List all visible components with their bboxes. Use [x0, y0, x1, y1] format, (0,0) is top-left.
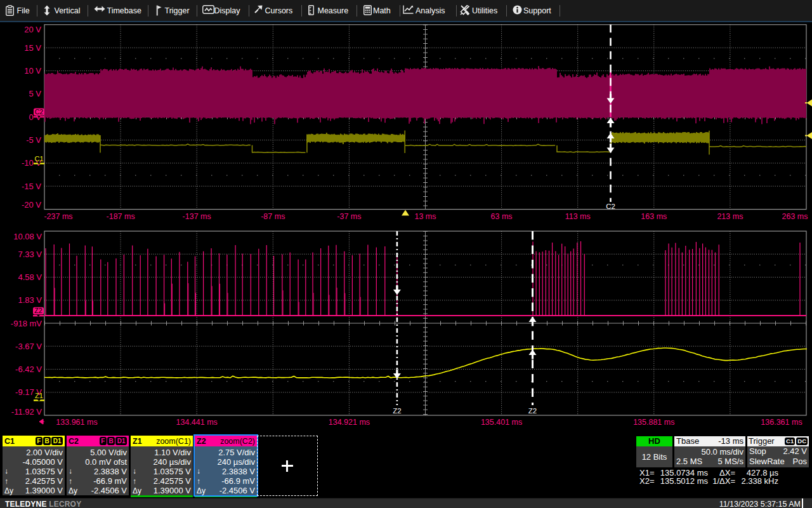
svg-text:134.921 ms: 134.921 ms — [329, 418, 370, 427]
svg-text:7.33 V: 7.33 V — [18, 250, 42, 259]
svg-text:213 ms: 213 ms — [717, 212, 743, 221]
svg-text:263 ms: 263 ms — [782, 212, 808, 221]
svg-text:C2: C2 — [606, 203, 615, 210]
svg-text:10 V: 10 V — [24, 66, 41, 76]
svg-text:-37 ms: -37 ms — [337, 212, 361, 221]
svg-text:13 ms: 13 ms — [414, 212, 436, 221]
svg-text:4.58 V: 4.58 V — [18, 272, 42, 282]
svg-text:Z2: Z2 — [393, 407, 401, 415]
svg-text:-3.67 V: -3.67 V — [15, 342, 42, 351]
svg-text:-5 V: -5 V — [26, 135, 41, 145]
svg-text:10.08 V: 10.08 V — [13, 232, 42, 241]
svg-text:135.881 ms: 135.881 ms — [633, 418, 674, 427]
svg-text:20 V: 20 V — [24, 25, 41, 34]
svg-text:-6.42 V: -6.42 V — [15, 364, 42, 374]
svg-text:-87 ms: -87 ms — [261, 212, 285, 221]
svg-text:-11.92 V: -11.92 V — [11, 407, 43, 417]
svg-text:Z1: Z1 — [35, 392, 43, 399]
svg-text:135.401 ms: 135.401 ms — [481, 418, 522, 427]
svg-text:63 ms: 63 ms — [491, 212, 513, 221]
svg-text:Z2: Z2 — [34, 307, 42, 314]
svg-text:-137 ms: -137 ms — [183, 212, 211, 221]
svg-text:Z2: Z2 — [528, 407, 537, 415]
svg-text:5 V: 5 V — [29, 89, 41, 98]
svg-text:15 V: 15 V — [24, 43, 41, 53]
svg-text:-237 ms: -237 ms — [44, 212, 72, 221]
svg-text:113 ms: 113 ms — [565, 212, 591, 221]
svg-text:1.83 V: 1.83 V — [18, 295, 42, 305]
svg-text:163 ms: 163 ms — [641, 212, 667, 221]
svg-text:136.361 ms: 136.361 ms — [761, 418, 802, 427]
svg-text:-918 mV: -918 mV — [11, 319, 42, 328]
svg-text:133.961 ms: 133.961 ms — [56, 418, 97, 427]
svg-text:-187 ms: -187 ms — [107, 212, 135, 221]
svg-text:-20 V: -20 V — [22, 200, 41, 210]
svg-text:C2: C2 — [35, 108, 44, 116]
svg-text:-15 V: -15 V — [22, 182, 41, 191]
svg-text:134.441 ms: 134.441 ms — [176, 418, 218, 427]
svg-text:C1: C1 — [34, 155, 43, 163]
